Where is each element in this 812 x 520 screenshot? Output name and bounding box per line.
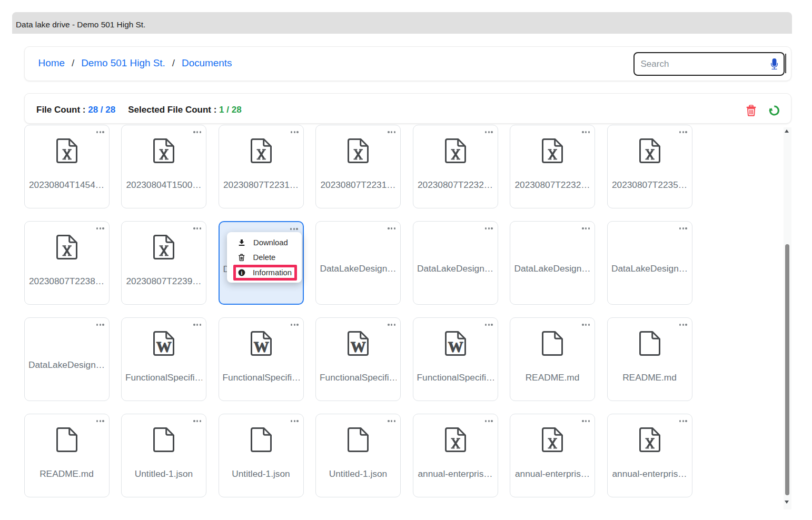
svg-text:W: W	[156, 338, 172, 355]
svg-text:W: W	[351, 338, 366, 355]
svg-text:i: i	[241, 270, 243, 276]
svg-text:W: W	[448, 338, 463, 355]
svg-text:W: W	[253, 338, 269, 355]
